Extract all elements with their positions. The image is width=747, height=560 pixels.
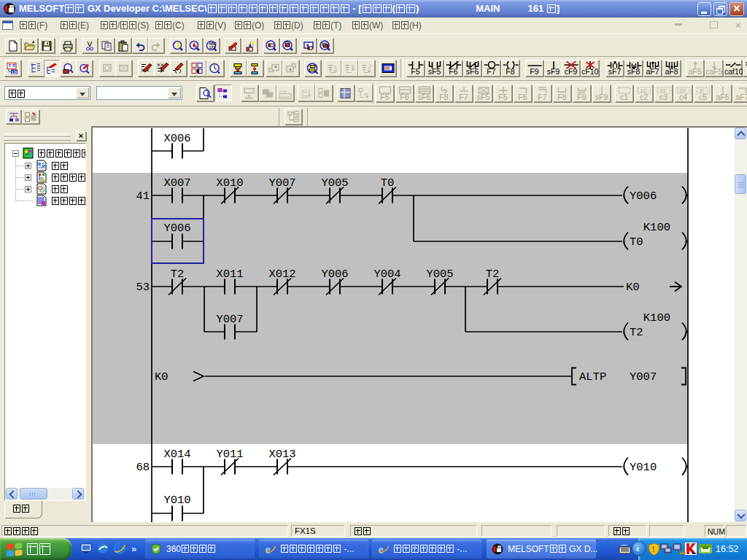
svg-text:ALTP: ALTP: [579, 370, 606, 384]
svg-text:Y007: Y007: [268, 176, 295, 190]
svg-text:68: 68: [136, 461, 150, 474]
svg-text:41: 41: [136, 190, 150, 203]
svg-text:X012: X012: [268, 268, 295, 281]
svg-text:X014: X014: [163, 448, 190, 461]
svg-text:Y010: Y010: [630, 461, 657, 474]
svg-text:T2: T2: [486, 268, 500, 281]
svg-text:K0: K0: [155, 370, 169, 384]
svg-text:S9: S9: [301, 93, 308, 98]
svg-text:K100: K100: [643, 311, 670, 324]
svg-text:T0: T0: [381, 176, 395, 190]
svg-text:X011: X011: [216, 268, 243, 281]
svg-text:T2: T2: [171, 268, 185, 281]
svg-text:T2: T2: [630, 326, 643, 339]
svg-text:Y005: Y005: [321, 176, 348, 190]
svg-text:S1: S1: [301, 88, 308, 93]
svg-text:Y005: Y005: [426, 268, 453, 281]
svg-text:X013: X013: [268, 448, 295, 461]
svg-text:Y006: Y006: [321, 268, 348, 281]
svg-text:error: error: [280, 94, 290, 98]
svg-text:Y004: Y004: [374, 268, 400, 281]
svg-text:Y011: Y011: [216, 448, 243, 461]
svg-text:X010: X010: [216, 176, 243, 190]
svg-text:Y007: Y007: [216, 313, 243, 326]
svg-text:X006: X006: [163, 132, 190, 145]
svg-text:K100: K100: [643, 221, 670, 234]
svg-text:53: 53: [136, 281, 150, 294]
svg-text:X007: X007: [163, 176, 190, 190]
svg-text:e: e: [379, 543, 384, 555]
svg-text:Y010: Y010: [163, 494, 190, 507]
svg-text:!: !: [652, 545, 654, 553]
svg-text:!: !: [681, 551, 683, 555]
svg-text:Y006: Y006: [630, 190, 657, 203]
svg-text:c+v: c+v: [279, 88, 287, 93]
svg-text:T0: T0: [630, 236, 643, 249]
svg-text:Y006: Y006: [163, 222, 190, 235]
svg-text:LD: LD: [12, 69, 17, 74]
svg-text:e: e: [266, 543, 271, 555]
svg-text:Y007: Y007: [630, 370, 657, 384]
svg-text:K0: K0: [626, 281, 640, 294]
svg-text:123: 123: [209, 45, 216, 50]
